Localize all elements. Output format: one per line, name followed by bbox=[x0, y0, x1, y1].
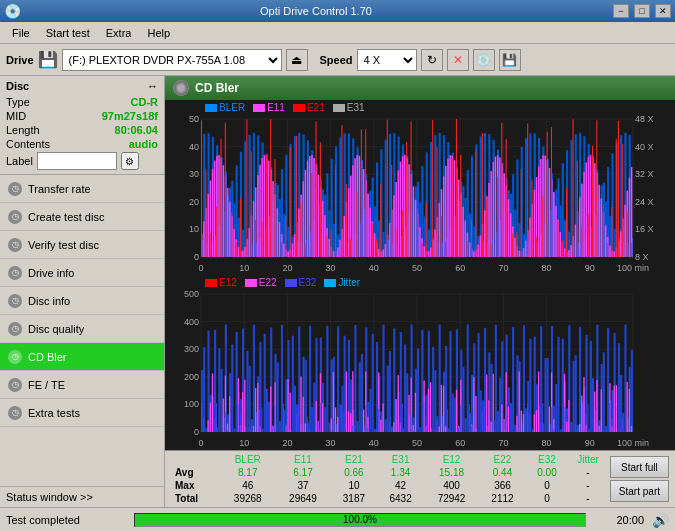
drive-select[interactable]: (F:) PLEXTOR DVDR PX-755A 1.08 bbox=[62, 49, 282, 71]
top-chart-legend: BLER E11 E21 E31 bbox=[165, 100, 675, 115]
cd-bler-icon: ◷ bbox=[8, 350, 22, 364]
legend-jitter-color bbox=[324, 279, 336, 287]
sidebar-item-disc-quality[interactable]: ◷ Disc quality bbox=[0, 315, 164, 343]
progress-label: 100.0% bbox=[135, 514, 585, 526]
table-buttons: Start full Start part bbox=[608, 453, 671, 505]
top-chart-canvas bbox=[165, 115, 675, 275]
legend-bler-color bbox=[205, 104, 217, 112]
minimize-button[interactable]: − bbox=[613, 4, 629, 18]
sidebar: Disc ↔ Type CD-R MID 97m27s18f Length 80… bbox=[0, 76, 165, 507]
legend-e11: E11 bbox=[253, 102, 285, 113]
table-row-avg: Avg 8.17 6.17 0.66 1.34 15.18 0.44 0.00 … bbox=[169, 466, 608, 479]
drive-label: Drive bbox=[6, 54, 34, 66]
refresh-button[interactable]: ↻ bbox=[421, 49, 443, 71]
sidebar-label-fe-te: FE / TE bbox=[28, 379, 65, 391]
sidebar-item-extra-tests[interactable]: ◷ Extra tests bbox=[0, 399, 164, 427]
total-e31: 6432 bbox=[377, 492, 424, 505]
app-icon: 💿 bbox=[4, 3, 21, 19]
legend-e22: E22 bbox=[245, 277, 277, 288]
data-table: BLER E11 E21 E31 E12 E22 E32 Jitter bbox=[165, 450, 675, 507]
fe-te-icon: ◷ bbox=[8, 378, 22, 392]
row-max-label: Max bbox=[169, 479, 220, 492]
sidebar-label-disc-info: Disc info bbox=[28, 295, 70, 307]
save-button[interactable]: 💾 bbox=[499, 49, 521, 71]
menu-extra[interactable]: Extra bbox=[98, 25, 140, 41]
titlebar: 💿 Opti Drive Control 1.70 − □ ✕ bbox=[0, 0, 675, 22]
sidebar-item-drive-info[interactable]: ◷ Drive info bbox=[0, 259, 164, 287]
sidebar-label-transfer-rate: Transfer rate bbox=[28, 183, 91, 195]
legend-e21-color bbox=[293, 104, 305, 112]
total-e22: 2112 bbox=[479, 492, 526, 505]
menubar: File Start test Extra Help bbox=[0, 22, 675, 44]
burn-button[interactable]: 💿 bbox=[473, 49, 495, 71]
drive-icon: 💾 bbox=[38, 50, 58, 69]
col-e12: E12 bbox=[424, 453, 479, 466]
menu-file[interactable]: File bbox=[4, 25, 38, 41]
bot-chart-canvas bbox=[165, 290, 675, 450]
main-layout: Disc ↔ Type CD-R MID 97m27s18f Length 80… bbox=[0, 76, 675, 507]
status-text: Test completed bbox=[6, 514, 126, 526]
maximize-button[interactable]: □ bbox=[634, 4, 650, 18]
col-bler: BLER bbox=[220, 453, 275, 466]
erase-button[interactable]: ✕ bbox=[447, 49, 469, 71]
start-part-button[interactable]: Start part bbox=[610, 480, 669, 502]
disc-info-icon: ◷ bbox=[8, 294, 22, 308]
bot-chart-canvas-wrap bbox=[165, 290, 675, 450]
col-e22: E22 bbox=[479, 453, 526, 466]
legend-e12: E12 bbox=[205, 277, 237, 288]
chart-title: CD Bler bbox=[195, 81, 239, 95]
cd-bler-header-icon bbox=[173, 80, 189, 96]
sidebar-item-verify-test-disc[interactable]: ◷ Verify test disc bbox=[0, 231, 164, 259]
sidebar-label-extra-tests: Extra tests bbox=[28, 407, 80, 419]
disc-type-row: Type CD-R bbox=[6, 96, 158, 108]
legend-e12-color bbox=[205, 279, 217, 287]
disc-contents-value: audio bbox=[129, 138, 158, 150]
menu-start-test[interactable]: Start test bbox=[38, 25, 98, 41]
speed-select[interactable]: 4 X bbox=[357, 49, 417, 71]
max-e32: 0 bbox=[526, 479, 568, 492]
menu-help[interactable]: Help bbox=[139, 25, 178, 41]
sidebar-item-transfer-rate[interactable]: ◷ Transfer rate bbox=[0, 175, 164, 203]
col-e31: E31 bbox=[377, 453, 424, 466]
speed-label: Speed bbox=[320, 54, 353, 66]
disc-type-value: CD-R bbox=[131, 96, 159, 108]
disc-label-input[interactable] bbox=[37, 152, 117, 170]
drivebar: Drive 💾 (F:) PLEXTOR DVDR PX-755A 1.08 ⏏… bbox=[0, 44, 675, 76]
disc-arrow-icon[interactable]: ↔ bbox=[147, 80, 158, 92]
bot-chart-section: E12 E22 E32 Jitter bbox=[165, 275, 675, 450]
max-e12: 400 bbox=[424, 479, 479, 492]
legend-e32-color bbox=[285, 279, 297, 287]
speaker-icon[interactable]: 🔊 bbox=[652, 512, 669, 528]
create-test-disc-icon: ◷ bbox=[8, 210, 22, 224]
disc-label-settings-button[interactable]: ⚙ bbox=[121, 152, 139, 170]
sidebar-item-disc-info[interactable]: ◷ Disc info bbox=[0, 287, 164, 315]
disc-mid-label: MID bbox=[6, 110, 26, 122]
total-e21: 3187 bbox=[331, 492, 378, 505]
disc-mid-value: 97m27s18f bbox=[102, 110, 158, 122]
sidebar-buttons: ◷ Transfer rate ◷ Create test disc ◷ Ver… bbox=[0, 175, 164, 427]
sidebar-label-create-test-disc: Create test disc bbox=[28, 211, 104, 223]
eject-button[interactable]: ⏏ bbox=[286, 49, 308, 71]
sidebar-item-fe-te[interactable]: ◷ FE / TE bbox=[0, 371, 164, 399]
status-window-button[interactable]: Status window >> bbox=[0, 486, 164, 507]
avg-e21: 0.66 bbox=[331, 466, 378, 479]
legend-bler: BLER bbox=[205, 102, 245, 113]
avg-e11: 6.17 bbox=[275, 466, 330, 479]
close-button[interactable]: ✕ bbox=[655, 4, 671, 18]
sidebar-item-create-test-disc[interactable]: ◷ Create test disc bbox=[0, 203, 164, 231]
drive-info-icon: ◷ bbox=[8, 266, 22, 280]
table-wrapper: BLER E11 E21 E31 E12 E22 E32 Jitter bbox=[169, 453, 671, 505]
start-full-button[interactable]: Start full bbox=[610, 456, 669, 478]
sidebar-label-drive-info: Drive info bbox=[28, 267, 74, 279]
sidebar-item-cd-bler[interactable]: ◷ CD Bler bbox=[0, 343, 164, 371]
sidebar-label-cd-bler: CD Bler bbox=[28, 351, 67, 363]
col-jitter: Jitter bbox=[568, 453, 608, 466]
legend-e11-color bbox=[253, 104, 265, 112]
legend-e11-label: E11 bbox=[267, 102, 285, 113]
time-text: 20:00 bbox=[594, 514, 644, 526]
max-e11: 37 bbox=[275, 479, 330, 492]
legend-bler-label: BLER bbox=[219, 102, 245, 113]
verify-test-disc-icon: ◷ bbox=[8, 238, 22, 252]
avg-e32: 0.00 bbox=[526, 466, 568, 479]
table-row-total: Total 39268 29649 3187 6432 72942 2112 0… bbox=[169, 492, 608, 505]
